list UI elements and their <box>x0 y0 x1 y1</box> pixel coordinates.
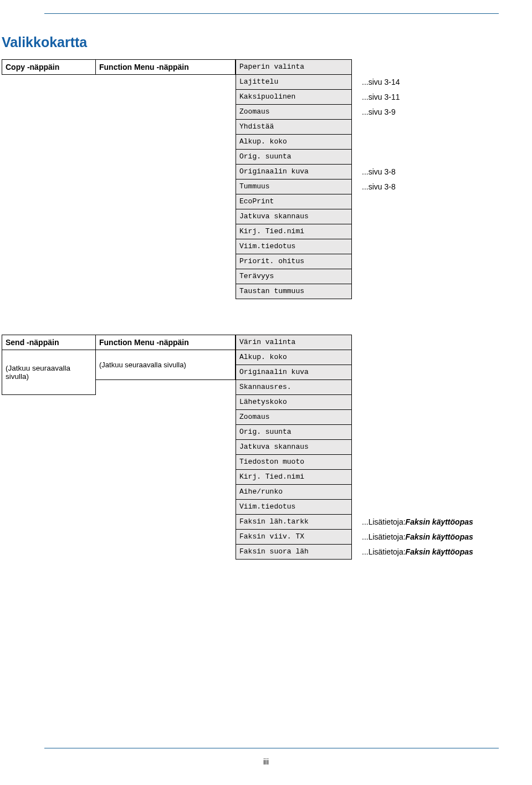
menu-item: Alkup. koko <box>236 350 352 365</box>
menu-item: Orig. suunta <box>236 425 352 440</box>
menu-item: Tummuus <box>236 179 352 194</box>
page-ref: ...sivu 3-14 <box>362 74 499 89</box>
page-ref <box>362 239 499 254</box>
page-ref <box>362 284 499 299</box>
page-ref <box>362 209 499 224</box>
menu-item: Kirj. Tied.nimi <box>236 470 352 485</box>
menu-item: Zoomaus <box>236 410 352 425</box>
menu-item: Värin valinta <box>236 335 352 350</box>
menu-item: Originaalin kuva <box>236 165 352 179</box>
menu-item: Kaksipuolinen <box>236 90 352 105</box>
menu-item: Faksin suora läh <box>236 545 352 560</box>
send-key-header: Send -näppäin <box>2 335 96 350</box>
menu-item: Viim.tiedotus <box>236 239 352 254</box>
menu-item: Lajittelu <box>236 75 352 90</box>
copy-key-header: Copy -näppäin <box>2 59 96 75</box>
menu-item: Terävyys <box>236 269 352 284</box>
page-ref <box>362 269 499 284</box>
menu-item: Kirj. Tied.nimi <box>236 224 352 239</box>
menu-item: Viim.tiedotus <box>236 500 352 515</box>
menu-item: Paperin valinta <box>236 59 352 75</box>
menu-item: Faksin läh.tarkk <box>236 515 352 530</box>
page-ref <box>362 194 499 209</box>
menu-item: Aihe/runko <box>236 485 352 500</box>
page-ref <box>362 59 499 74</box>
menu-item: Lähetyskoko <box>236 395 352 410</box>
page-ref <box>362 224 499 239</box>
manual-ref: ...Lisätietoja: Faksin käyttöopas <box>362 544 499 559</box>
menu-item: Jatkuva skannaus <box>236 440 352 455</box>
continued-next-page: (Jatkuu seuraavalla sivulla) <box>2 350 96 395</box>
menu-item: Taustan tummuus <box>236 284 352 299</box>
page-ref: ...sivu 3-11 <box>362 89 499 104</box>
page-ref <box>362 254 499 269</box>
block-send: Send -näppäin (Jatkuu seuraavalla sivull… <box>2 335 499 560</box>
page-ref: ...sivu 3-9 <box>362 104 499 119</box>
menu-item: EcoPrint <box>236 194 352 209</box>
continued-next-page: (Jatkuu seuraavalla sivulla) <box>96 350 236 380</box>
function-menu-header: Function Menu -näppäin <box>96 335 236 350</box>
menu-item: Zoomaus <box>236 105 352 120</box>
menu-item: Alkup. koko <box>236 135 352 150</box>
page-ref: ...sivu 3-8 <box>362 179 499 194</box>
function-menu-header: Function Menu -näppäin <box>96 59 236 75</box>
menu-item: Orig. suunta <box>236 150 352 165</box>
page-ref <box>362 134 499 149</box>
menu-item: Yhdistää <box>236 120 352 135</box>
page-ref: ...sivu 3-8 <box>362 164 499 179</box>
manual-ref: ...Lisätietoja: Faksin käyttöopas <box>362 514 499 529</box>
manual-ref: ...Lisätietoja: Faksin käyttöopas <box>362 529 499 544</box>
page-title: Valikkokartta <box>2 34 499 50</box>
page-ref <box>362 149 499 164</box>
page-number: iii <box>0 757 532 766</box>
menu-item: Jatkuva skannaus <box>236 209 352 224</box>
menu-item: Faksin viiv. TX <box>236 530 352 545</box>
block-copy: Copy -näppäin Function Menu -näppäin Pap… <box>2 59 499 299</box>
menu-item: Tiedoston muoto <box>236 455 352 470</box>
menu-item: Originaalin kuva <box>236 365 352 380</box>
menu-item: Skannausres. <box>236 380 352 395</box>
page-ref <box>362 119 499 134</box>
menu-item: Priorit. ohitus <box>236 254 352 269</box>
